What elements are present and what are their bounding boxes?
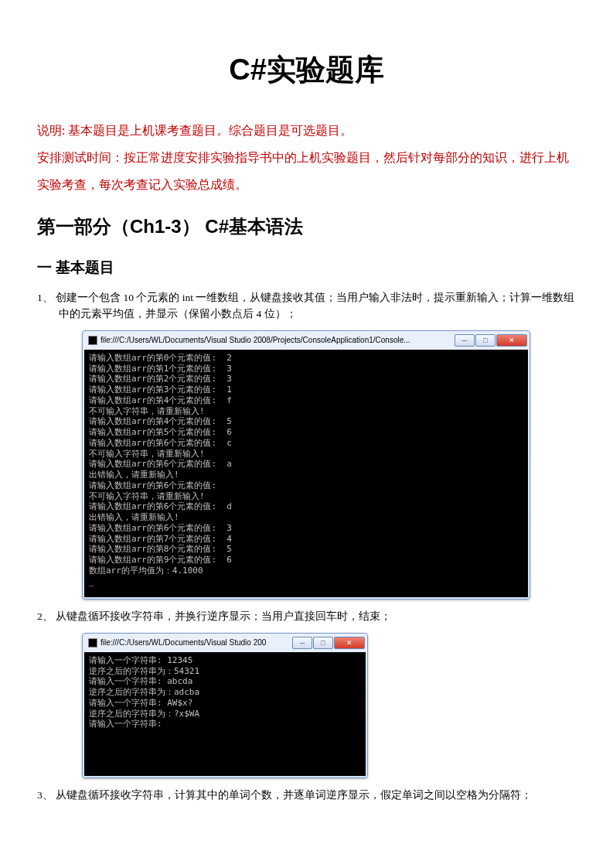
note-line-1: 说明: 基本题目是上机课考查题目。综合题目是可选题目。 — [37, 117, 576, 144]
console-body: 请输入一个字符串: 12345 逆序之后的字符串为：54321 请输入一个字符串… — [84, 652, 366, 776]
window-buttons: ─ □ ✕ — [292, 637, 365, 649]
console-icon — [88, 336, 97, 345]
console-titlebar: file:///C:/Users/WL/Documents/Visual Stu… — [83, 332, 529, 349]
section-1-heading: 第一部分（Ch1-3） C#基本语法 — [37, 212, 576, 241]
sub-heading-basic: 一 基本题目 — [37, 256, 576, 279]
minimize-button[interactable]: ─ — [292, 637, 312, 649]
maximize-button[interactable]: □ — [313, 637, 333, 649]
page-title: C#实验题库 — [37, 46, 576, 94]
instruction-note: 说明: 基本题目是上机课考查题目。综合题目是可选题目。 安排测试时间：按正常进度… — [37, 117, 576, 199]
close-button[interactable]: ✕ — [496, 334, 527, 347]
close-button[interactable]: ✕ — [334, 637, 365, 649]
console-window-2: file:///C:/Users/WL/Documents/Visual Stu… — [82, 633, 368, 778]
console-titlebar: file:///C:/Users/WL/Documents/Visual Stu… — [83, 634, 366, 651]
question-3: 3、 从键盘循环接收字符串，计算其中的单词个数，并逐单词逆序显示，假定单词之间以… — [37, 788, 576, 804]
minimize-button[interactable]: ─ — [455, 334, 475, 347]
console-window-1: file:///C:/Users/WL/Documents/Visual Stu… — [82, 330, 530, 600]
question-1: 1、 创建一个包含 10 个元素的 int 一维数组，从键盘接收其值；当用户输入… — [37, 290, 576, 323]
question-2: 2、 从键盘循环接收字符串，并换行逆序显示；当用户直接回车时，结束； — [37, 609, 576, 625]
titlebar-left: file:///C:/Users/WL/Documents/Visual Stu… — [88, 637, 266, 649]
console-icon — [88, 638, 97, 648]
console-title-text: file:///C:/Users/WL/Documents/Visual Stu… — [100, 334, 410, 347]
titlebar-left: file:///C:/Users/WL/Documents/Visual Stu… — [88, 334, 410, 347]
console-body: 请输入数组arr的第0个元素的值: 2 请输入数组arr的第1个元素的值: 3 … — [84, 350, 528, 597]
note-line-2: 安排测试时间：按正常进度安排实验指导书中的上机实验题目，然后针对每部分的知识，进… — [37, 144, 576, 198]
window-buttons: ─ □ ✕ — [455, 334, 527, 347]
maximize-button[interactable]: □ — [475, 334, 496, 347]
console-title-text: file:///C:/Users/WL/Documents/Visual Stu… — [100, 637, 266, 649]
